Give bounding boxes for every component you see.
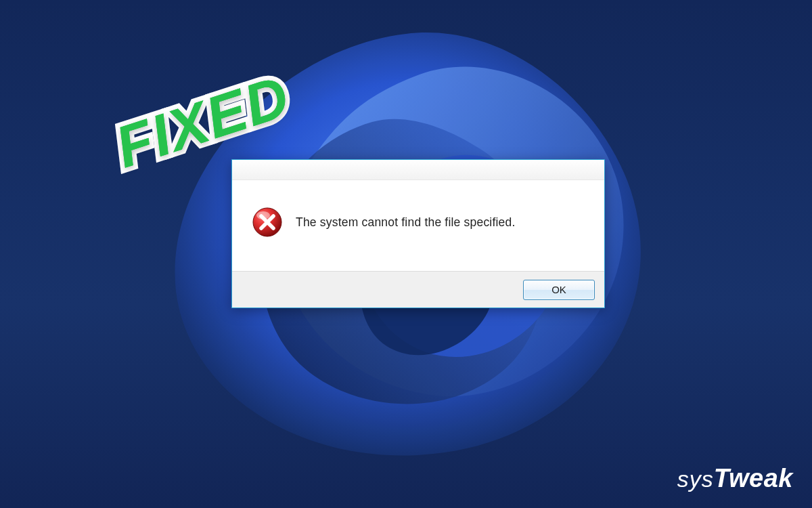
brand-part1: SYS xyxy=(677,466,714,492)
dialog-message: The system cannot find the file specifie… xyxy=(296,215,516,230)
error-icon xyxy=(251,206,284,238)
stage: The system cannot find the file specifie… xyxy=(0,0,812,508)
brand-logo: SYSTweak xyxy=(677,464,793,493)
brand-part2: Tweak xyxy=(714,464,793,492)
dialog-body: The system cannot find the file specifie… xyxy=(232,180,604,271)
dialog-titlebar[interactable] xyxy=(232,160,604,180)
error-dialog: The system cannot find the file specifie… xyxy=(231,159,605,308)
ok-button[interactable]: OK xyxy=(523,280,595,300)
dialog-button-row: OK xyxy=(232,271,604,308)
